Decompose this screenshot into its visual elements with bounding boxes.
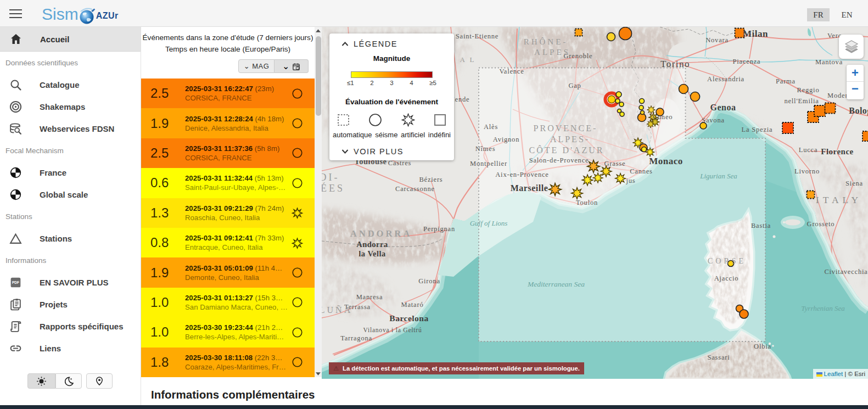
svg-text:Avignon: Avignon — [493, 136, 519, 143]
svg-text:Toulon: Toulon — [576, 199, 598, 206]
svg-text:Manresa: Manresa — [356, 293, 383, 301]
svg-text:Mantova: Mantova — [815, 58, 843, 66]
svg-text:Montpellier: Montpellier — [470, 160, 507, 167]
svg-text:jus: jus — [626, 177, 636, 184]
svg-text:Lucca: Lucca — [799, 146, 818, 154]
svg-text:Olbia: Olbia — [754, 343, 771, 350]
svg-text:CÔTE D'AZUR: CÔTE D'AZUR — [529, 145, 604, 155]
svg-text:Barcelona: Barcelona — [389, 313, 428, 323]
svg-text:Girona: Girona — [418, 277, 440, 285]
svg-text:Reggio: Reggio — [797, 86, 820, 94]
svg-text:Novara: Novara — [705, 36, 729, 44]
svg-text:Grasse: Grasse — [604, 160, 626, 167]
svg-text:PROVENCE-: PROVENCE- — [534, 124, 598, 133]
svg-text:Ligurian Sea: Ligurian Sea — [699, 172, 737, 180]
svg-text:Andorra: Andorra — [356, 240, 388, 249]
svg-text:ÉES: ÉES — [322, 182, 345, 194]
svg-text:Cannes: Cannes — [630, 167, 653, 175]
svg-text:Milan: Milan — [743, 29, 768, 39]
svg-text:ANDORRA: ANDORRA — [350, 228, 412, 239]
svg-text:Tyrrhenian Sea: Tyrrhenian Sea — [801, 304, 845, 312]
svg-text:Sassari: Sassari — [707, 354, 730, 361]
svg-text:Castres: Castres — [388, 159, 411, 167]
svg-text:Monaco: Monaco — [649, 156, 683, 166]
svg-text:LUÑA: LUÑA — [322, 305, 352, 315]
svg-text:Tarragona: Tarragona — [340, 334, 372, 342]
svg-text:Florence: Florence — [821, 147, 854, 156]
svg-text:Salon-de-Provence: Salon-de-Provence — [529, 156, 589, 164]
svg-text:Piacenza: Piacenza — [733, 58, 761, 65]
svg-text:Cuneo: Cuneo — [653, 113, 673, 121]
svg-text:Grosseto: Grosseto — [807, 220, 835, 228]
svg-text:nell'Emilia: nell'Emilia — [784, 97, 819, 105]
svg-text:Alès: Alès — [484, 123, 498, 131]
svg-text:ALPES-: ALPES- — [550, 135, 590, 144]
svg-text:Perpignan: Perpignan — [423, 225, 455, 233]
svg-text:La Spezia: La Spezia — [742, 126, 773, 133]
svg-text:Valence: Valence — [499, 68, 524, 75]
svg-text:Marseille: Marseille — [511, 183, 548, 193]
svg-text:Torino: Torino — [660, 59, 690, 69]
svg-text:ALPES: ALPES — [534, 48, 570, 57]
svg-text:Béziers: Béziers — [419, 176, 443, 183]
svg-text:Siena: Siena — [845, 180, 863, 187]
svg-text:Carcassonne: Carcassonne — [395, 185, 435, 193]
svg-text:Bologna: Bologna — [849, 106, 868, 116]
svg-text:Nîmes: Nîmes — [475, 145, 496, 153]
svg-text:Gulf of Lions: Gulf of Lions — [470, 219, 508, 227]
svg-text:Livorno: Livorno — [794, 167, 820, 175]
svg-text:ITALY: ITALY — [816, 194, 862, 205]
svg-text:Savona: Savona — [702, 116, 725, 124]
svg-text:RHÔNE-: RHÔNE- — [524, 37, 568, 46]
svg-text:Saint-Etienne: Saint-Etienne — [456, 32, 499, 40]
svg-text:Alessandria: Alessandria — [707, 75, 744, 83]
svg-text:Parma: Parma — [776, 77, 796, 85]
svg-text:PDF: PDF — [12, 281, 19, 284]
svg-text:Mataró: Mataró — [401, 301, 424, 309]
svg-text:Ajaccio: Ajaccio — [714, 274, 738, 282]
svg-text:la Vella: la Vella — [359, 249, 386, 258]
svg-text:DI-: DI- — [322, 172, 340, 183]
svg-text:Bastia: Bastia — [751, 222, 771, 229]
svg-text:Mediterranean Sea: Mediterranean Sea — [527, 280, 585, 288]
svg-text:Civitavecchia: Civitavecchia — [824, 268, 867, 276]
svg-text:CORSE: CORSE — [708, 257, 746, 265]
svg-text:Gap: Gap — [568, 82, 581, 89]
svg-text:A L: A L — [460, 55, 476, 64]
svg-text:Vilanova i la Geltrú: Vilanova i la Geltrú — [363, 327, 422, 333]
svg-text:Aix-en-Provence: Aix-en-Provence — [495, 171, 548, 178]
svg-text:Genoa: Genoa — [710, 103, 736, 112]
